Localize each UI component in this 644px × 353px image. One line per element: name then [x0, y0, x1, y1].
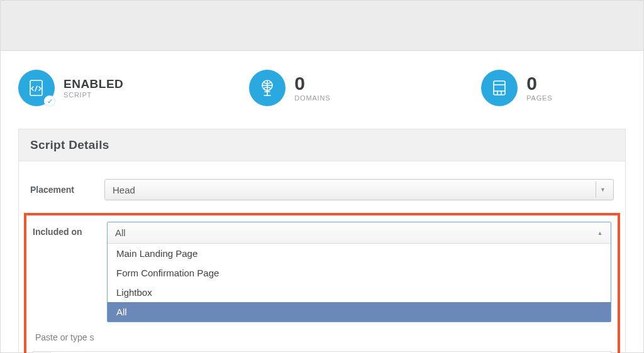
included-on-value: All: [115, 227, 126, 238]
included-on-select[interactable]: All ▲ Main Landing Page Form Confirmatio…: [107, 222, 611, 322]
pages-icon: [481, 70, 518, 106]
stat-domains: 0 DOMAINS: [249, 70, 330, 106]
svg-rect-1: [494, 81, 505, 95]
globe-icon: [249, 70, 286, 106]
option-form-confirmation-page[interactable]: Form Confirmation Page: [108, 263, 611, 283]
included-on-label: Included on: [33, 222, 107, 237]
stat-script: ✓ ENABLED SCRIPT: [18, 70, 123, 106]
stat-domains-value: 0: [294, 74, 330, 93]
top-bar: [1, 1, 643, 51]
option-main-landing-page[interactable]: Main Landing Page: [108, 244, 611, 263]
script-prompt: Paste or type s: [35, 332, 611, 342]
stat-pages: 0 PAGES: [481, 70, 552, 106]
option-lightbox[interactable]: Lightbox: [108, 283, 611, 302]
check-badge-icon: ✓: [44, 95, 55, 107]
placement-label: Placement: [30, 185, 104, 195]
option-all[interactable]: All: [108, 302, 611, 322]
placement-row: Placement Head ▼: [19, 174, 625, 209]
stat-pages-label: PAGES: [526, 94, 552, 102]
script-icon: ✓: [18, 70, 55, 106]
chevron-down-icon: ▼: [596, 182, 609, 198]
placement-select[interactable]: Head ▼: [104, 179, 614, 200]
stat-script-value: ENABLED: [64, 78, 123, 90]
stat-pages-value: 0: [526, 74, 552, 93]
stats-row: ✓ ENABLED SCRIPT 0 DOMAINS: [18, 70, 626, 106]
panel-title: Script Details: [18, 129, 626, 161]
script-details-panel: Script Details Placement Head ▼ Included…: [18, 129, 626, 353]
included-on-options: Main Landing Page Form Confirmation Page…: [108, 244, 611, 322]
included-on-highlight: Included on All ▲ Main Landing Page Form…: [24, 213, 620, 353]
chevron-up-icon: ▲: [593, 225, 607, 241]
stat-script-label: SCRIPT: [64, 91, 123, 99]
included-on-select-header[interactable]: All ▲: [108, 222, 611, 244]
placement-value: Head: [113, 185, 135, 195]
stat-domains-label: DOMAINS: [294, 94, 330, 102]
